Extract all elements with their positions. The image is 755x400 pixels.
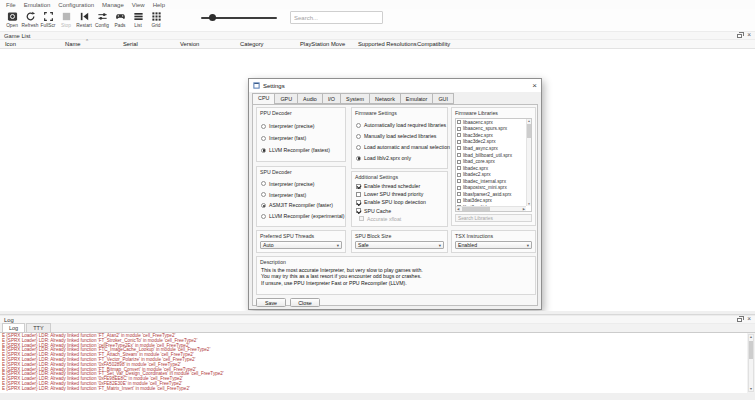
toolbar-open-button[interactable]: Open: [3, 9, 21, 30]
toolbar-stop-label: Stop: [61, 23, 71, 28]
settings-tab[interactable]: System: [340, 93, 370, 104]
toolbar-fullscreen-button[interactable]: FullScr: [39, 9, 57, 30]
scrollbar-thumb[interactable]: [527, 124, 531, 138]
log-output[interactable]: E {SPRX Loader} LDR: Already linked func…: [0, 333, 747, 393]
spu-block-size-select[interactable]: Safe ▾: [355, 241, 444, 249]
slider-handle[interactable]: [209, 14, 216, 21]
undock-icon[interactable]: [737, 318, 742, 322]
restart-icon: [79, 11, 90, 22]
toolbar-stop-button: Stop: [57, 9, 75, 30]
additional-settings-checkbox[interactable]: SPU Cache: [356, 208, 447, 214]
preferred-spu-threads-group: Preferred SPU Threads Auto ▾: [256, 230, 346, 253]
firmware-settings-radio[interactable]: Load automatic and manual selection: [356, 144, 447, 150]
combo-value: Enabled: [458, 242, 477, 248]
scroll-down-icon[interactable]: ▼: [528, 202, 531, 206]
spu-decoder-radio[interactable]: Interpreter (precise): [261, 181, 345, 187]
menu-help[interactable]: Help: [149, 2, 169, 8]
description-text: If unsure, use PPU Interpreter Fast or P…: [257, 280, 535, 286]
radio-label: Interpreter (fast): [269, 192, 306, 198]
checkbox-icon: [457, 199, 461, 203]
settings-dialog-titlebar[interactable]: Settings ×: [249, 79, 541, 92]
checkbox-icon: [457, 153, 461, 157]
pads-icon: [115, 11, 126, 22]
settings-tab[interactable]: CPU: [252, 93, 275, 105]
scroll-right-icon[interactable]: ▶: [523, 207, 525, 211]
settings-dialog-title: Settings: [263, 83, 285, 89]
menu-configuration[interactable]: Configuration: [54, 2, 98, 8]
close-button[interactable]: Close: [290, 298, 320, 307]
additional-settings-checkbox[interactable]: Enable SPU loop detection: [356, 199, 447, 205]
icon-size-slider[interactable]: [201, 12, 277, 24]
list-view-icon: [133, 11, 144, 22]
checkbox-icon: [457, 127, 461, 131]
radio-icon: [356, 134, 361, 139]
dialog-close-icon[interactable]: ×: [532, 82, 537, 90]
toolbar-restart-label: Restart: [76, 23, 91, 28]
menu-view[interactable]: View: [128, 2, 149, 8]
firmware-settings-radio[interactable]: Load liblv2.sprx only: [356, 155, 447, 161]
column-header-resolutions[interactable]: Supported Resolutions: [358, 41, 417, 47]
toolbar-config-button[interactable]: Config: [93, 9, 111, 30]
radio-label: Interpreter (precise): [269, 123, 315, 129]
toolbar-grid-button[interactable]: Grid: [147, 9, 165, 30]
additional-settings-checkbox[interactable]: Enable thread scheduler: [356, 183, 447, 189]
spu-decoder-radio[interactable]: LLVM Recompiler (experimental): [261, 213, 345, 219]
firmware-library-list[interactable]: libaacenc.sprx libaacenc_spurs.sprx liba…: [455, 118, 532, 212]
toolbar-restart-button[interactable]: Restart: [75, 9, 93, 30]
checkbox-icon: [356, 208, 361, 213]
radio-label: Manually load selected libraries: [364, 133, 436, 139]
library-search-input[interactable]: [455, 214, 532, 222]
tsx-instructions-select[interactable]: Enabled ▾: [455, 241, 532, 249]
tab-log[interactable]: Log: [2, 323, 25, 332]
spu-decoder-radio[interactable]: ASMJIT Recompiler (faster): [261, 202, 345, 208]
scroll-left-icon[interactable]: ◀: [457, 207, 459, 211]
menu-emulation[interactable]: Emulation: [20, 2, 55, 8]
ppu-decoder-radio[interactable]: LLVM Recompiler (fastest): [261, 147, 345, 153]
column-header-icon[interactable]: Icon: [5, 41, 16, 47]
settings-tab[interactable]: Emulator: [400, 93, 434, 104]
menu-file[interactable]: File: [2, 2, 20, 8]
scroll-up-icon[interactable]: ▲: [749, 335, 752, 339]
undock-icon[interactable]: [737, 34, 742, 38]
toolbar-list-button[interactable]: List: [129, 9, 147, 30]
settings-tab[interactable]: Network: [369, 93, 401, 104]
close-icon[interactable]: ×: [747, 32, 751, 39]
search-input[interactable]: [290, 11, 383, 24]
scroll-up-icon[interactable]: ▲: [528, 119, 531, 123]
cpu-tab-pane: PPU Decoder Interpreter (precise) Interp…: [252, 104, 538, 306]
save-button[interactable]: Save: [256, 298, 286, 307]
settings-dialog-icon: [253, 82, 260, 89]
checkbox-icon: [457, 120, 461, 124]
additional-settings-checkbox[interactable]: Lower SPU thread priority: [356, 191, 447, 197]
log-line: E {SPRX Loader} LDR: Already linked func…: [2, 387, 747, 392]
scrollbar-thumb[interactable]: [749, 341, 753, 359]
column-header-serial[interactable]: Serial: [123, 41, 138, 47]
column-header-category[interactable]: Category: [240, 41, 264, 47]
column-header-compatibility[interactable]: Compatibility: [417, 41, 450, 47]
settings-tab[interactable]: GUI: [432, 93, 454, 104]
tab-tty[interactable]: TTY: [26, 323, 50, 332]
toolbar-refresh-button[interactable]: Refresh: [21, 9, 39, 30]
firmware-settings-radio[interactable]: Manually load selected libraries: [356, 133, 447, 139]
preferred-spu-threads-select[interactable]: Auto ▾: [260, 241, 342, 249]
spu-decoder-radio[interactable]: Interpreter (fast): [261, 192, 345, 198]
column-header-name[interactable]: Name: [65, 41, 80, 47]
ppu-decoder-radio[interactable]: Interpreter (precise): [261, 123, 345, 129]
firmware-settings-radio[interactable]: Automatically load required libraries: [356, 122, 447, 128]
column-header-psmove[interactable]: PlayStation Move: [300, 41, 345, 47]
library-name: libadec2.sprx: [463, 172, 491, 177]
settings-tab[interactable]: Audio: [297, 93, 323, 104]
checkbox-icon: [457, 179, 461, 183]
settings-tab[interactable]: GPU: [274, 93, 298, 104]
scrollbar-thumb[interactable]: [462, 207, 490, 211]
settings-tab[interactable]: I/O: [322, 93, 341, 104]
scroll-down-icon[interactable]: ▼: [749, 387, 752, 391]
column-header-version[interactable]: Version: [180, 41, 199, 47]
ppu-decoder-radio[interactable]: Interpreter (fast): [261, 135, 345, 141]
library-name: libapostsrc_mini.sprx: [463, 185, 507, 190]
menu-manage[interactable]: Manage: [98, 2, 128, 8]
toolbar-pads-button[interactable]: Pads: [111, 9, 129, 30]
radio-icon: [261, 124, 266, 129]
close-icon[interactable]: ×: [747, 316, 751, 323]
additional-settings-checkbox[interactable]: Accurate xfloat: [359, 216, 447, 222]
